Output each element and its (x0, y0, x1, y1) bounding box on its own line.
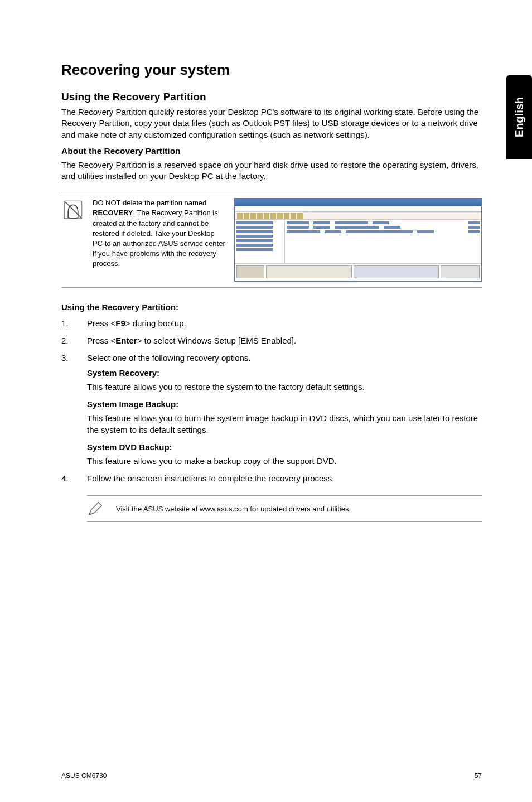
section-body-about: The Recovery Partition is a reserved spa… (61, 160, 482, 182)
using-partition-heading: Using the Recovery Partition: (61, 302, 482, 312)
option-system-recovery-title: System Recovery: (87, 367, 482, 379)
step-3: Select one of the following recovery opt… (61, 352, 482, 467)
warning-callout: DO NOT delete the partition named RECOVE… (61, 192, 482, 288)
option-image-backup-title: System Image Backup: (87, 398, 482, 410)
section-heading-using: Using the Recovery Partition (61, 91, 482, 103)
note-text: Visit the ASUS website at www.asus.com f… (116, 505, 351, 513)
note-callout: Visit the ASUS website at www.asus.com f… (87, 495, 482, 522)
disk-management-screenshot (234, 198, 482, 282)
language-tab: English (506, 75, 532, 159)
pencil-icon (87, 500, 106, 517)
page-title: Recovering your system (61, 61, 482, 79)
hand-stop-icon (61, 198, 85, 221)
footer-page-number: 57 (475, 772, 482, 780)
footer-model: ASUS CM6730 (61, 772, 107, 780)
step-1: Press <F9> during bootup. (61, 317, 482, 329)
page-footer: ASUS CM6730 57 (61, 761, 482, 780)
section-body-using: The Recovery Partition quickly restores … (61, 107, 482, 141)
warning-text: DO NOT delete the partition named RECOVE… (93, 198, 226, 269)
option-system-recovery-body: This feature allows you to restore the s… (87, 381, 482, 393)
step-2: Press <Enter> to select Windows Setup [E… (61, 335, 482, 346)
option-dvd-backup-title: System DVD Backup: (87, 441, 482, 453)
option-dvd-backup-body: This feature allows you to make a backup… (87, 455, 482, 467)
step-4: Follow the onscreen instructions to comp… (61, 472, 482, 484)
section-heading-about: About the Recovery Partition (61, 146, 482, 156)
option-image-backup-body: This feature allows you to burn the syst… (87, 412, 482, 436)
